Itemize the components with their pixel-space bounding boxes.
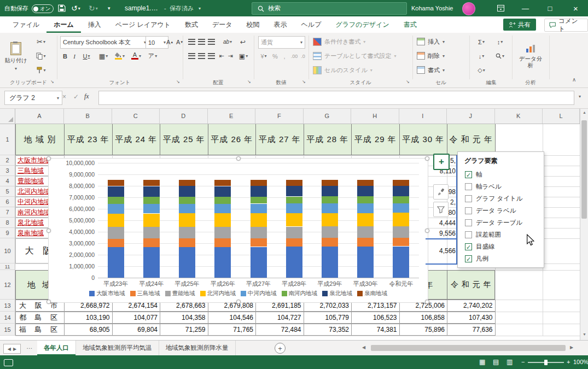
bar-segment-大阪市地域[interactable] xyxy=(143,247,160,278)
increase-font-size-button[interactable]: A▴ xyxy=(165,36,174,48)
cell-F14[interactable]: 104,727 xyxy=(255,312,304,324)
percent-format-button[interactable]: % xyxy=(271,50,279,62)
bar-segment-三島地域[interactable] xyxy=(108,239,124,247)
bar-segment-北河内地域[interactable] xyxy=(286,213,302,227)
chart-filters-button[interactable] xyxy=(433,202,449,217)
cell-year-header-5[interactable]: 平成 27 年 xyxy=(255,124,304,155)
row-header-2[interactable]: 2 xyxy=(0,155,15,166)
align-middle-icon[interactable] xyxy=(197,36,206,48)
zoom-level[interactable]: 100% xyxy=(573,359,588,365)
bar-segment-南河内地域[interactable] xyxy=(286,197,302,204)
cell-button-0[interactable]: 挿入▾ xyxy=(417,34,445,49)
cell-J12[interactable]: 令 和 元 年 xyxy=(447,270,495,300)
cell-G14[interactable]: 105,779 xyxy=(304,312,352,324)
column-header-J[interactable]: J xyxy=(447,108,495,124)
cell-year-header-4[interactable]: 平成 26 年 xyxy=(208,124,257,155)
formula-input[interactable] xyxy=(98,91,574,105)
column-header-F[interactable]: F xyxy=(255,108,304,124)
font-color-button[interactable]: A▾ xyxy=(129,50,143,62)
row-header-4[interactable]: 4 xyxy=(0,176,15,186)
row-header-14[interactable]: 14 xyxy=(0,312,15,324)
bar-segment-豊能地域[interactable] xyxy=(108,227,124,238)
cell-I15[interactable]: 75,896 xyxy=(399,324,448,336)
increase-decimal-button[interactable]: .00 xyxy=(290,50,299,62)
bar-segment-北河内地域[interactable] xyxy=(108,214,124,227)
bar-segment-泉南地域[interactable] xyxy=(286,180,302,186)
ribbon-tab-10[interactable]: 書式 xyxy=(397,16,424,33)
vertical-scrollbar[interactable]: ▲ ▼ xyxy=(580,108,588,340)
bar-segment-泉南地域[interactable] xyxy=(214,180,231,186)
sheet-tab-2[interactable]: 地域気象観測所降水量 xyxy=(159,341,236,355)
bar-segment-豊能地域[interactable] xyxy=(286,227,302,238)
save-status[interactable]: 保存済み xyxy=(170,0,194,16)
select-all-corner[interactable] xyxy=(0,108,15,124)
bar-segment-三島地域[interactable] xyxy=(251,238,267,247)
cell-year-header-1[interactable]: 平成 23 年 xyxy=(64,124,113,155)
normal-view-icon[interactable]: ▦ xyxy=(479,358,485,366)
cell-button-2[interactable]: 書式▾ xyxy=(417,63,445,77)
bar-segment-泉南地域[interactable] xyxy=(251,180,267,186)
clear-button[interactable]: ◇▾ xyxy=(474,65,489,76)
bar-segment-南河内地域[interactable] xyxy=(251,197,267,204)
bar-segment-泉北地域[interactable] xyxy=(179,186,195,196)
bar-segment-大阪市地域[interactable] xyxy=(251,247,267,278)
scroll-up-icon[interactable]: ▲ xyxy=(583,110,586,114)
sheet-nav-buttons[interactable]: ◀▶ xyxy=(3,344,21,354)
cell-year-header-3[interactable]: 平成 25 年 xyxy=(160,124,208,155)
bar-segment-三島地域[interactable] xyxy=(357,238,374,247)
hscroll-left-icon[interactable]: ◀ xyxy=(362,345,365,350)
zoom-slider-thumb[interactable] xyxy=(544,360,548,365)
user-name[interactable]: Kohama Yoshie xyxy=(411,0,453,16)
ribbon-tab-5[interactable]: データ xyxy=(205,16,240,33)
bar-segment-三島地域[interactable] xyxy=(322,238,338,247)
bar-segment-南河内地域[interactable] xyxy=(108,197,124,204)
bar-segment-大阪市地域[interactable] xyxy=(108,247,124,278)
chart-elements-button[interactable]: + xyxy=(433,154,450,170)
page-break-view-icon[interactable]: ▥ xyxy=(507,358,513,366)
row-header-9[interactable]: 9 xyxy=(0,228,15,238)
page-layout-view-icon[interactable]: ▤ xyxy=(493,358,499,366)
bar-segment-北河内地域[interactable] xyxy=(393,213,409,226)
style-button-2[interactable]: セルのスタイル▾ xyxy=(313,63,397,77)
bar-segment-中河内地域[interactable] xyxy=(251,204,267,214)
dialog-launcher-icon[interactable]: ↘ xyxy=(176,79,180,84)
comments-button[interactable]: コメント xyxy=(544,19,588,32)
chart-element-checkbox[interactable] xyxy=(465,231,472,238)
chart-resize-handle[interactable] xyxy=(236,300,241,304)
maximize-button[interactable]: □ xyxy=(538,0,562,16)
copy-button[interactable]: ▾ xyxy=(32,50,50,62)
cell-E15[interactable]: 71,765 xyxy=(208,324,257,336)
bar-segment-大阪市地域[interactable] xyxy=(214,247,231,278)
chart-element-option-7[interactable]: ✓凡例 xyxy=(458,253,544,265)
cell-H15[interactable]: 74,381 xyxy=(351,324,400,336)
cancel-icon[interactable]: × xyxy=(62,93,66,101)
align-left-icon[interactable] xyxy=(187,50,196,62)
cell-year-header-9[interactable]: 令 和 元 年 xyxy=(447,124,496,155)
find-select-button[interactable]: ▾ xyxy=(492,50,508,62)
dialog-launcher-icon[interactable]: ↘ xyxy=(302,79,306,84)
chart-styles-button[interactable] xyxy=(433,184,449,200)
bar-segment-中河内地域[interactable] xyxy=(143,204,160,214)
bar-segment-北河内地域[interactable] xyxy=(143,214,160,227)
currency-format-button[interactable]: ¥▾ xyxy=(258,50,269,62)
decrease-decimal-button[interactable]: .0 xyxy=(300,50,306,62)
bar-segment-泉北地域[interactable] xyxy=(286,186,302,196)
cell-B15[interactable]: 68,905 xyxy=(64,324,113,336)
bar-segment-泉南地域[interactable] xyxy=(393,180,409,186)
fill-button[interactable]: ↓▾ xyxy=(474,50,489,62)
bold-button[interactable]: B xyxy=(61,50,69,62)
chart-element-option-3[interactable]: データ ラベル xyxy=(458,204,544,216)
column-header-B[interactable]: B xyxy=(64,108,112,124)
dialog-launcher-icon[interactable]: ↘ xyxy=(247,79,251,84)
macro-record-icon[interactable] xyxy=(4,359,13,366)
ribbon-tab-6[interactable]: 校閲 xyxy=(240,16,267,33)
cell-E14[interactable]: 104,546 xyxy=(208,312,257,324)
cell-A15[interactable]: 福 島 区 xyxy=(15,324,65,336)
undo-button[interactable]: ↺▾ xyxy=(71,0,80,16)
bar-segment-北河内地域[interactable] xyxy=(357,213,374,227)
align-right-icon[interactable] xyxy=(207,50,216,62)
chart-resize-handle[interactable] xyxy=(425,300,429,304)
sheet-overflow-indicator[interactable]: … xyxy=(26,343,33,350)
bar-segment-三島地域[interactable] xyxy=(179,238,195,247)
ribbon-tab-1[interactable]: ホーム xyxy=(46,16,81,33)
